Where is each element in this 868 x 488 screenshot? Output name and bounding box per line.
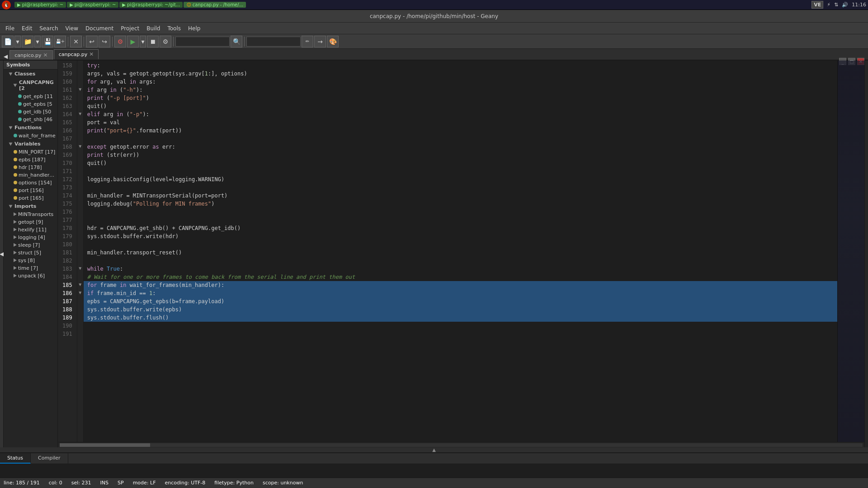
variables-triangle-icon bbox=[9, 142, 13, 145]
sidebar-section-classes[interactable]: Classes bbox=[4, 70, 57, 78]
sidebar-item-min-handler[interactable]: min_handler [1 bbox=[4, 171, 57, 179]
sidebar-item-get-epb[interactable]: get_epb [11 bbox=[4, 93, 57, 100]
sidebar-item-port2[interactable]: port [165] bbox=[4, 194, 57, 202]
menu-project[interactable]: Project bbox=[117, 24, 143, 33]
sidebar-section-functions[interactable]: Functions bbox=[4, 123, 57, 132]
ln-167: 167 bbox=[61, 135, 74, 143]
port2-icon bbox=[14, 196, 17, 200]
menu-document[interactable]: Document bbox=[82, 24, 117, 33]
sidebar-item-hdr[interactable]: hdr [178] bbox=[4, 164, 57, 171]
bottom-panel-toggle[interactable]: ▲ bbox=[0, 447, 868, 453]
fold-159 bbox=[77, 70, 83, 78]
sidebar-item-struct[interactable]: struct [5] bbox=[4, 249, 57, 257]
sidebar-item-wait-for-frame[interactable]: wait_for_frame bbox=[4, 132, 57, 140]
bluetooth-icon: ⚡ bbox=[827, 2, 830, 8]
terminal-1[interactable]: ▶ pi@raspberrypi: ~ bbox=[14, 2, 66, 8]
statusbar-scope: scope: unknown bbox=[263, 480, 303, 486]
prefs-btn[interactable]: ⚙ bbox=[160, 36, 171, 47]
terminal-3[interactable]: ▶ pi@raspberrypi: ~/git... bbox=[119, 2, 183, 8]
tab-canpico[interactable]: canpico.py ✕ bbox=[9, 50, 52, 60]
variables-label: Variables bbox=[14, 141, 41, 147]
sidebar-item-sleep[interactable]: sleep [7] bbox=[4, 241, 57, 249]
open-file-dropdown[interactable]: ▾ bbox=[34, 36, 41, 47]
code-lines[interactable]: try: args, vals = getopt.getopt(sys.argv… bbox=[84, 61, 837, 442]
ln-174: 174 bbox=[61, 192, 74, 200]
code-line-178: hdr = CANPCAPNG.get_shb() + CANPCAPNG.ge… bbox=[84, 224, 837, 232]
sidebar-item-mintransports[interactable]: MINTransports bbox=[4, 211, 57, 218]
fold-169 bbox=[77, 151, 83, 159]
sidebar-item-port1[interactable]: port [156] bbox=[4, 187, 57, 194]
ln-165: 165 bbox=[61, 118, 74, 127]
new-file-dropdown[interactable]: ▾ bbox=[14, 36, 21, 47]
undo-btn[interactable]: ↩ bbox=[86, 36, 98, 47]
sidebar-item-unpack[interactable]: unpack [6] bbox=[4, 272, 57, 280]
menu-file[interactable]: File bbox=[2, 24, 18, 33]
replace-toolbar-input[interactable] bbox=[246, 37, 301, 47]
sidebar-item-getopt[interactable]: getopt [9] bbox=[4, 218, 57, 226]
sidebar-section-variables[interactable]: Variables bbox=[4, 140, 57, 148]
menu-help[interactable]: Help bbox=[184, 24, 204, 33]
code-container[interactable]: 158 159 160 161 162 163 164 165 166 167 … bbox=[58, 61, 864, 442]
fold-189 bbox=[77, 314, 83, 322]
close-file-btn[interactable]: ✕ bbox=[70, 36, 82, 47]
save-file-btn[interactable]: 💾 bbox=[42, 36, 53, 47]
sidebar-toggle[interactable]: ◀ bbox=[0, 61, 4, 447]
symbols-label: Symbols bbox=[6, 62, 30, 68]
sidebar-item-time[interactable]: time [7] bbox=[4, 264, 57, 272]
sidebar-item-hexlify[interactable]: hexlify [11] bbox=[4, 226, 57, 234]
open-file-btn[interactable]: 📁 bbox=[22, 36, 33, 47]
sidebar-item-canpcapng[interactable]: CANPCAPNG [2 bbox=[4, 78, 57, 93]
epbs-icon bbox=[14, 158, 17, 161]
tab-canpico-close[interactable]: ✕ bbox=[43, 52, 48, 58]
sidebar-item-min-port[interactable]: MIN_PORT [17] bbox=[4, 148, 57, 156]
sidebar-item-get-shb[interactable]: get_shb [46 bbox=[4, 116, 57, 123]
sidebar-item-get-idb[interactable]: get_idb [50 bbox=[4, 108, 57, 116]
redo-btn[interactable]: ↪ bbox=[99, 36, 110, 47]
fold-164: ▼ bbox=[77, 110, 83, 118]
ln-171: 171 bbox=[61, 167, 74, 175]
sidebar-item-sys[interactable]: sys [8] bbox=[4, 257, 57, 264]
color-btn[interactable]: 🎨 bbox=[327, 36, 339, 47]
fold-162 bbox=[77, 94, 83, 102]
run-btn[interactable]: ▶ bbox=[127, 36, 139, 47]
menu-tools[interactable]: Tools bbox=[164, 24, 184, 33]
code-line-186: if frame.min_id == 1: bbox=[84, 289, 837, 297]
menu-build[interactable]: Build bbox=[143, 24, 164, 33]
sidebar-item-epbs[interactable]: epbs [187] bbox=[4, 156, 57, 164]
sidebar-item-options[interactable]: options [154] bbox=[4, 179, 57, 187]
sidebar-item-logging[interactable]: logging [4] bbox=[4, 234, 57, 241]
code-line-174: min_handler = MINTransportSerial(port=po… bbox=[84, 192, 837, 200]
new-file-btn[interactable]: 📄 bbox=[2, 36, 14, 47]
run-dropdown[interactable]: ▾ bbox=[140, 36, 146, 47]
compile-btn[interactable]: ⚙ bbox=[114, 36, 126, 47]
ln-183: 183 bbox=[61, 265, 74, 273]
bottom-tab-compiler[interactable]: Compiler bbox=[31, 453, 68, 464]
horizontal-scrollbar[interactable] bbox=[58, 442, 864, 447]
replace-go-btn[interactable]: ✏ bbox=[302, 36, 313, 47]
menu-search[interactable]: Search bbox=[36, 24, 61, 33]
ln-176: 176 bbox=[61, 208, 74, 216]
search-toolbar-input[interactable] bbox=[175, 37, 230, 47]
ln-182: 182 bbox=[61, 257, 74, 265]
min-port-icon bbox=[14, 150, 17, 154]
jump-btn[interactable]: → bbox=[314, 36, 326, 47]
terminal-2[interactable]: ▶ pi@raspberrypi: ~ bbox=[67, 2, 118, 8]
ln-186: 186 bbox=[61, 289, 74, 297]
bottom-tab-status[interactable]: Status bbox=[0, 453, 31, 464]
menu-view[interactable]: View bbox=[62, 24, 82, 33]
search-go-btn[interactable]: 🔍 bbox=[231, 36, 242, 47]
tab-canpcap[interactable]: canpcap.py ✕ bbox=[54, 49, 99, 60]
sidebar-arrow-left[interactable]: ◀ bbox=[2, 53, 9, 60]
tab-canpcap-close[interactable]: ✕ bbox=[89, 51, 94, 57]
menu-edit[interactable]: Edit bbox=[18, 24, 36, 33]
hscroll-thumb[interactable] bbox=[60, 443, 150, 447]
fold-184 bbox=[77, 273, 83, 281]
terminal-4[interactable]: 😊 canpcap.py - /home/... bbox=[184, 2, 246, 8]
stop-btn[interactable]: ⏹ bbox=[147, 36, 159, 47]
save-all-btn[interactable]: 💾+ bbox=[54, 36, 66, 47]
sidebar-item-get-epbs[interactable]: get_epbs [5 bbox=[4, 100, 57, 108]
sidebar-section-imports[interactable]: Imports bbox=[4, 202, 57, 211]
toggle-arrow-icon: ▲ bbox=[432, 447, 436, 452]
tab-canpico-label: canpico.py bbox=[14, 52, 41, 58]
fold-172 bbox=[77, 175, 83, 183]
